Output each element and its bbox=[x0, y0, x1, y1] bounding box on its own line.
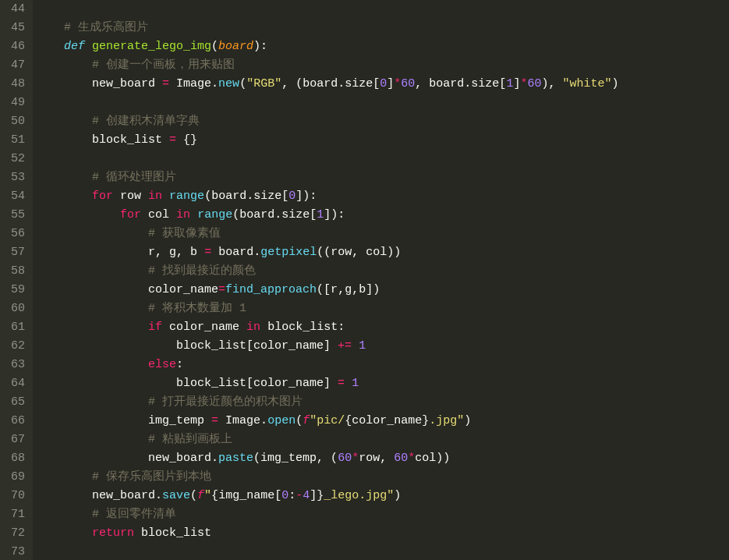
line-number: 52 bbox=[0, 150, 25, 168]
code-line[interactable]: new_board.paste(img_temp, (60*row, 60*co… bbox=[36, 449, 729, 468]
code-line[interactable]: img_temp = Image.open(f"pic/{color_name}… bbox=[36, 412, 729, 431]
code-line[interactable]: return block_list bbox=[36, 524, 729, 543]
code-line[interactable]: block_list = {} bbox=[36, 131, 729, 150]
code-line[interactable]: color_name=find_approach([r,g,b]) bbox=[36, 281, 729, 299]
line-number: 63 bbox=[0, 356, 25, 374]
code-line[interactable]: # 打开最接近颜色的积木图片 bbox=[36, 393, 729, 412]
code-line[interactable] bbox=[36, 543, 729, 560]
code-line[interactable] bbox=[36, 150, 729, 168]
code-line[interactable]: def generate_lego_img(board): bbox=[36, 37, 729, 56]
line-number: 73 bbox=[0, 543, 25, 560]
line-number: 57 bbox=[0, 243, 25, 262]
code-line[interactable]: for col in range(board.size[1]): bbox=[36, 206, 729, 225]
code-line[interactable]: # 创建积木清单字典 bbox=[36, 112, 729, 131]
code-line[interactable]: # 循环处理图片 bbox=[36, 168, 729, 187]
line-number: 71 bbox=[0, 505, 25, 524]
code-line[interactable]: block_list[color_name] += 1 bbox=[36, 337, 729, 356]
line-number: 53 bbox=[0, 168, 25, 187]
code-editor[interactable]: 4445464748495051525354555657585960616263… bbox=[0, 0, 729, 560]
line-number: 68 bbox=[0, 449, 25, 468]
code-line[interactable]: else: bbox=[36, 356, 729, 374]
line-number: 61 bbox=[0, 318, 25, 337]
code-line[interactable] bbox=[36, 94, 729, 112]
line-number: 50 bbox=[0, 112, 25, 131]
code-line[interactable]: # 将积木数量加 1 bbox=[36, 299, 729, 318]
code-line[interactable]: new_board = Image.new("RGB", (board.size… bbox=[36, 75, 729, 94]
line-number: 56 bbox=[0, 225, 25, 243]
line-number: 69 bbox=[0, 468, 25, 487]
code-line[interactable]: if color_name in block_list: bbox=[36, 318, 729, 337]
line-number: 72 bbox=[0, 524, 25, 543]
code-content[interactable]: # 生成乐高图片 def generate_lego_img(board): #… bbox=[33, 0, 729, 560]
code-line[interactable] bbox=[36, 0, 729, 19]
line-number-gutter: 4445464748495051525354555657585960616263… bbox=[0, 0, 33, 560]
line-number: 44 bbox=[0, 0, 25, 19]
code-line[interactable]: # 创建一个画板，用来贴图 bbox=[36, 56, 729, 75]
line-number: 65 bbox=[0, 393, 25, 412]
line-number: 49 bbox=[0, 94, 25, 112]
code-line[interactable]: # 找到最接近的颜色 bbox=[36, 262, 729, 281]
line-number: 66 bbox=[0, 412, 25, 431]
code-line[interactable]: for row in range(board.size[0]): bbox=[36, 187, 729, 206]
code-line[interactable]: # 粘贴到画板上 bbox=[36, 431, 729, 449]
code-line[interactable]: block_list[color_name] = 1 bbox=[36, 374, 729, 393]
line-number: 64 bbox=[0, 374, 25, 393]
code-line[interactable]: r, g, b = board.getpixel((row, col)) bbox=[36, 243, 729, 262]
line-number: 60 bbox=[0, 299, 25, 318]
line-number: 58 bbox=[0, 262, 25, 281]
code-line[interactable]: # 保存乐高图片到本地 bbox=[36, 468, 729, 487]
line-number: 62 bbox=[0, 337, 25, 356]
line-number: 59 bbox=[0, 281, 25, 299]
line-number: 45 bbox=[0, 19, 25, 37]
line-number: 54 bbox=[0, 187, 25, 206]
line-number: 67 bbox=[0, 431, 25, 449]
code-line[interactable]: # 返回零件清单 bbox=[36, 505, 729, 524]
code-line[interactable]: # 获取像素值 bbox=[36, 225, 729, 243]
line-number: 55 bbox=[0, 206, 25, 225]
line-number: 46 bbox=[0, 37, 25, 56]
code-line[interactable]: # 生成乐高图片 bbox=[36, 19, 729, 37]
line-number: 48 bbox=[0, 75, 25, 94]
line-number: 70 bbox=[0, 487, 25, 505]
line-number: 51 bbox=[0, 131, 25, 150]
code-line[interactable]: new_board.save(f"{img_name[0:-4]}_lego.j… bbox=[36, 487, 729, 505]
line-number: 47 bbox=[0, 56, 25, 75]
